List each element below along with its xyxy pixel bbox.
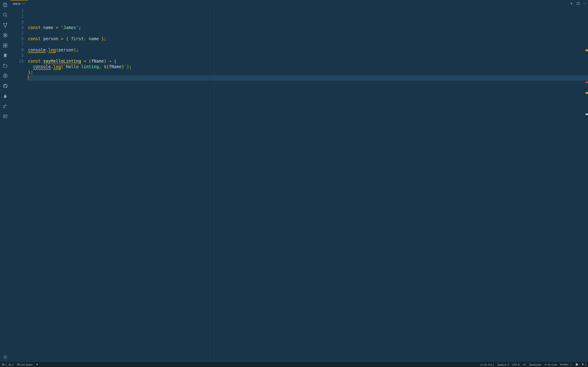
split-editor-icon[interactable] — [576, 2, 580, 5]
code-token: = — [56, 25, 58, 30]
status-language[interactable]: JavaScript — [529, 363, 541, 366]
notification-count: 1 — [585, 363, 586, 366]
status-cursor-position[interactable]: Ln 10, Col 1 — [480, 363, 494, 366]
code-token — [41, 59, 43, 64]
code-token: ) — [127, 64, 129, 69]
code-token: . — [51, 64, 53, 69]
line-number: 3 — [10, 19, 24, 25]
code-line[interactable] — [28, 53, 588, 58]
bookmark-icon[interactable] — [2, 52, 9, 59]
code-token — [53, 25, 56, 30]
code-token: ${ — [104, 64, 109, 69]
code-token: console — [28, 48, 46, 52]
liveshare-activity-icon[interactable] — [2, 103, 9, 109]
tab-bar: app.js × — [10, 0, 588, 7]
code-token — [28, 64, 33, 69]
status-problems[interactable]: 1 2 — [2, 363, 13, 366]
code-editor[interactable]: 12345678910 const name = 'James';const p… — [10, 7, 588, 362]
overview-ruler[interactable] — [586, 7, 588, 362]
explorer-icon[interactable] — [2, 2, 9, 8]
overview-marker[interactable] — [586, 50, 588, 51]
status-eol[interactable]: LF — [523, 363, 526, 366]
extensions-icon[interactable] — [2, 42, 9, 49]
code-line[interactable] — [28, 75, 588, 81]
code-token: } — [101, 36, 104, 41]
code-token: first — [71, 36, 84, 41]
git-graph-icon[interactable] — [2, 73, 9, 79]
code-line[interactable]: const sayHelloLinting = (fName) ⇒ { — [28, 58, 588, 64]
more-actions-icon[interactable] — [583, 2, 587, 5]
code-line[interactable]: const name = 'James'; — [28, 25, 588, 30]
code-token: 'James' — [61, 25, 78, 30]
line-number: 1 — [10, 8, 24, 14]
project-manager-icon[interactable] — [2, 63, 9, 69]
app-root: app.js × 12345678910 — [0, 0, 588, 367]
code-token: ; — [129, 64, 132, 69]
status-prettier[interactable]: Prettier: ✓ — [560, 363, 572, 366]
status-liveshare[interactable]: Live Share — [17, 363, 33, 366]
source-control-icon[interactable] — [2, 22, 9, 28]
status-warning-count: 2 — [12, 363, 13, 366]
line-number-gutter: 12345678910 — [10, 7, 28, 362]
code-token: ; — [76, 48, 78, 52]
close-icon[interactable]: × — [23, 2, 25, 5]
tab-app-js[interactable]: app.js × — [10, 0, 28, 7]
code-token: ( — [61, 64, 63, 69]
svg-rect-32 — [17, 364, 18, 365]
code-token: `Hello linting, — [63, 64, 104, 69]
code-token: person — [43, 36, 59, 41]
status-feedback-icon[interactable] — [575, 363, 578, 366]
svg-rect-13 — [5, 46, 7, 47]
github-icon[interactable] — [2, 83, 9, 89]
status-encoding[interactable]: UTF-8 — [512, 363, 519, 366]
code-token: ( — [56, 48, 58, 52]
svg-point-6 — [5, 26, 6, 27]
line-number: 8 — [10, 47, 24, 53]
code-token — [69, 36, 71, 41]
code-line[interactable]: console.log(`Hello linting, ${fName}`); — [28, 64, 588, 70]
line-number: 2 — [10, 14, 24, 19]
code-content[interactable]: const name = 'James';const person = { fi… — [28, 7, 588, 362]
svg-point-24 — [584, 3, 584, 4]
status-error-count: 1 — [5, 363, 7, 366]
code-line[interactable] — [28, 42, 588, 47]
debug-icon[interactable] — [2, 32, 9, 38]
run-icon[interactable] — [570, 2, 573, 5]
activity-bar — [0, 0, 10, 362]
svg-rect-11 — [5, 44, 7, 45]
svg-point-9 — [5, 35, 6, 36]
line-number: 9 — [10, 53, 24, 58]
code-token: const — [28, 36, 41, 41]
code-token: ` — [124, 64, 127, 69]
settings-gear-icon[interactable] — [2, 354, 9, 360]
code-line[interactable]: }; — [28, 70, 588, 75]
svg-point-31 — [10, 365, 10, 365]
liveshare-label: Live Share — [20, 363, 33, 366]
browser-preview-icon[interactable] — [2, 113, 9, 119]
code-token: : — [84, 36, 86, 41]
search-icon[interactable] — [2, 12, 9, 18]
line-number: 10 — [10, 58, 24, 64]
status-notifications[interactable]: 1 — [581, 363, 586, 366]
code-token: . — [46, 48, 48, 52]
code-token: name — [43, 25, 53, 30]
code-token — [86, 59, 88, 64]
code-line[interactable] — [28, 30, 588, 36]
overview-marker[interactable] — [586, 114, 588, 115]
svg-point-15 — [5, 75, 6, 76]
overview-marker[interactable] — [586, 82, 588, 83]
code-line[interactable]: console.log(person); — [28, 47, 588, 53]
status-indentation[interactable]: Spaces: 4 — [497, 363, 509, 366]
code-token: person — [58, 48, 73, 52]
code-token: ( — [89, 59, 91, 64]
code-line[interactable]: const person = { first: name }; — [28, 36, 588, 42]
status-golive[interactable]: Go Live — [544, 363, 557, 366]
code-token — [63, 36, 66, 41]
status-quick-action[interactable] — [36, 363, 38, 366]
overview-marker[interactable] — [586, 92, 588, 94]
code-token — [41, 36, 43, 41]
firebase-icon[interactable] — [2, 93, 9, 99]
code-token: { — [114, 59, 116, 64]
svg-point-16 — [3, 107, 5, 108]
code-token: ) — [104, 59, 106, 64]
